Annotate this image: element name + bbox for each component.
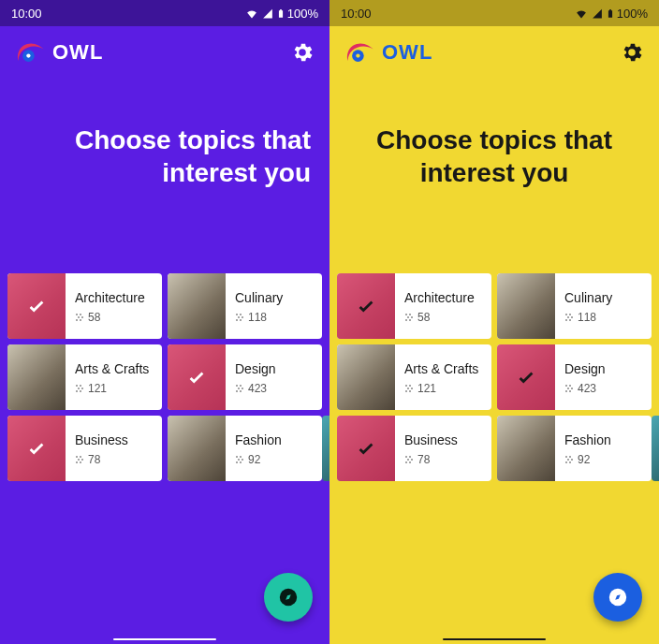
svg-point-22 <box>238 388 240 389</box>
svg-point-3 <box>80 314 81 315</box>
topic-thumb <box>168 344 226 410</box>
svg-point-48 <box>569 314 571 315</box>
svg-point-18 <box>76 390 78 392</box>
topic-count: 423 <box>564 382 642 395</box>
topic-count: 423 <box>235 382 313 395</box>
svg-point-11 <box>242 316 243 318</box>
svg-point-61 <box>567 388 569 389</box>
svg-point-42 <box>409 314 411 315</box>
topic-card[interactable]: Business 78 <box>7 416 162 481</box>
grain-icon <box>564 455 574 464</box>
topic-thumb <box>497 273 555 339</box>
topics-grid: Architecture 58 Culinary 118 Arts & Craf… <box>0 273 330 481</box>
svg-point-25 <box>240 390 242 392</box>
topic-card[interactable]: Fashion 92 <box>168 416 322 481</box>
topic-count: 121 <box>75 382 153 395</box>
status-battery: 100% <box>287 7 318 21</box>
grain-icon <box>235 455 244 464</box>
svg-point-63 <box>565 390 567 392</box>
topic-card[interactable]: Fashion 92 <box>497 416 652 481</box>
topic-count: 92 <box>235 453 313 466</box>
topic-card[interactable]: Arts & Crafts 121 <box>7 344 162 410</box>
topic-card[interactable]: Architecture 58 <box>7 273 162 339</box>
status-time: 10:00 <box>341 7 372 21</box>
grain-icon <box>75 313 84 322</box>
svg-point-27 <box>80 456 81 458</box>
topic-thumb <box>7 344 66 410</box>
explore-fab[interactable] <box>264 573 313 622</box>
svg-point-37 <box>240 461 242 463</box>
svg-point-64 <box>569 390 571 392</box>
grain-icon <box>75 384 84 393</box>
topic-count: 121 <box>404 382 482 395</box>
svg-point-70 <box>409 461 411 463</box>
topic-card[interactable]: Arts & Crafts 121 <box>337 344 491 410</box>
nav-indicator <box>113 638 216 640</box>
svg-point-44 <box>411 316 413 318</box>
svg-point-69 <box>405 461 407 463</box>
svg-point-45 <box>405 319 407 321</box>
svg-point-52 <box>569 319 571 321</box>
grain-icon <box>75 455 84 464</box>
topic-card[interactable]: Design 423 <box>168 344 322 410</box>
svg-point-24 <box>236 390 238 392</box>
grain-icon <box>564 313 574 322</box>
topic-card[interactable]: Architecture 58 <box>337 273 491 339</box>
grain-icon <box>404 313 414 322</box>
svg-point-7 <box>80 319 81 321</box>
explore-fab[interactable] <box>593 573 642 622</box>
topic-thumb <box>337 416 395 481</box>
topic-count: 92 <box>564 453 642 466</box>
check-icon <box>516 367 536 388</box>
svg-point-17 <box>81 388 83 389</box>
topic-count: 118 <box>235 311 313 324</box>
topic-count: 78 <box>404 453 482 466</box>
topic-count: 58 <box>75 311 153 324</box>
svg-point-20 <box>236 385 238 387</box>
topic-card[interactable]: Business 78 <box>337 416 491 481</box>
svg-point-2 <box>76 314 78 315</box>
svg-point-72 <box>569 456 571 458</box>
topic-card[interactable]: Culinary 118 <box>168 273 322 339</box>
topic-count: 58 <box>404 311 482 324</box>
grain-icon <box>564 384 574 393</box>
partial-card-sliver <box>322 416 330 481</box>
partial-card-sliver <box>652 416 659 481</box>
status-time: 10:00 <box>11 7 42 21</box>
topic-title: Business <box>404 432 482 447</box>
svg-point-66 <box>409 456 411 458</box>
check-icon <box>356 438 376 459</box>
svg-point-75 <box>565 461 567 463</box>
svg-point-8 <box>236 314 238 315</box>
gear-icon[interactable] <box>620 40 644 65</box>
app-name: OWL <box>52 40 103 65</box>
gear-icon[interactable] <box>290 40 315 65</box>
owl-logo-icon <box>344 40 378 65</box>
svg-point-14 <box>76 385 78 387</box>
svg-point-13 <box>240 319 242 321</box>
svg-point-40 <box>356 53 359 57</box>
svg-point-31 <box>80 461 81 463</box>
page-title: Choose topics that interest you <box>330 79 659 273</box>
svg-point-58 <box>409 390 411 392</box>
topic-thumb <box>7 416 66 481</box>
svg-point-67 <box>407 459 409 461</box>
svg-point-73 <box>567 459 569 461</box>
check-icon <box>26 296 47 316</box>
app-screen-purple: 10:00 100% OWL Choose topics that intere… <box>0 0 330 644</box>
status-battery: 100% <box>617 7 648 21</box>
svg-point-51 <box>565 319 567 321</box>
topic-title: Design <box>564 361 642 376</box>
topic-card[interactable]: Design 423 <box>497 344 652 410</box>
topic-thumb <box>337 273 395 339</box>
nav-indicator <box>443 638 546 640</box>
svg-point-35 <box>242 459 243 461</box>
wifi-icon <box>244 7 259 20</box>
topic-card[interactable]: Culinary 118 <box>497 273 652 339</box>
topic-title: Business <box>75 432 153 447</box>
topic-title: Arts & Crafts <box>75 361 153 376</box>
svg-point-32 <box>236 456 238 458</box>
topic-title: Culinary <box>235 290 313 305</box>
svg-point-6 <box>76 319 78 321</box>
svg-point-50 <box>571 316 573 318</box>
